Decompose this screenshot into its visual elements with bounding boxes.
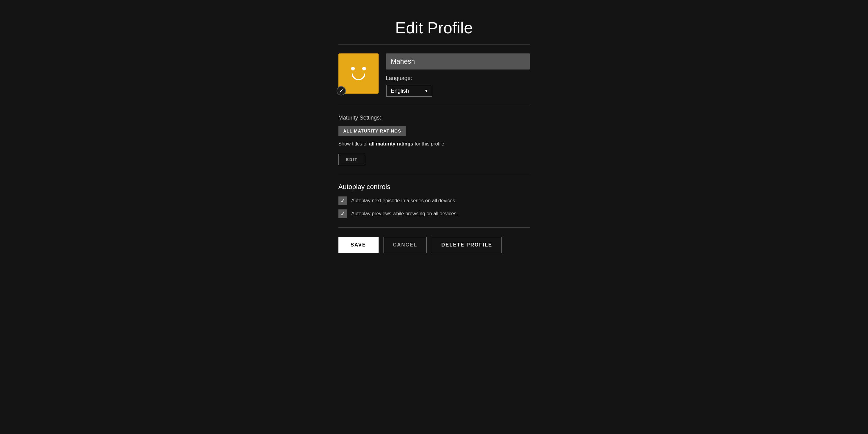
avatar-edit-icon[interactable] <box>337 86 346 95</box>
autoplay-title: Autoplay controls <box>338 183 530 191</box>
pencil-icon <box>339 89 343 93</box>
language-label: Language: <box>386 75 530 82</box>
profile-name-input[interactable] <box>386 54 530 69</box>
actions-divider <box>338 227 530 228</box>
avatar-smile <box>352 73 365 80</box>
page-title: Edit Profile <box>338 19 530 37</box>
autoplay-label-1: Autoplay next episode in a series on all… <box>351 198 457 204</box>
delete-profile-button[interactable]: DELETE PROFILE <box>432 237 502 253</box>
maturity-section: Maturity Settings: ALL MATURITY RATINGS … <box>338 115 530 165</box>
maturity-desc-prefix: Show titles of <box>338 141 369 147</box>
avatar-wrapper <box>338 54 379 94</box>
avatar-eye-left <box>351 67 355 70</box>
maturity-desc-bold: all maturity ratings <box>369 141 413 147</box>
language-select[interactable]: English Spanish French German Japanese <box>386 85 432 97</box>
cancel-button[interactable]: CANCEL <box>383 237 427 253</box>
maturity-desc-suffix: for this profile. <box>413 141 445 147</box>
avatar-eyes <box>351 67 366 70</box>
autoplay-section: Autoplay controls ✓ Autoplay next episod… <box>338 183 530 218</box>
avatar-eye-right <box>362 67 366 70</box>
maturity-badge: ALL MATURITY RATINGS <box>338 126 406 136</box>
title-divider <box>338 44 530 45</box>
profile-section: Language: English Spanish French German … <box>338 54 530 97</box>
actions-row: SAVE CANCEL DELETE PROFILE <box>338 237 530 253</box>
edit-profile-container: Edit Profile Langu <box>338 12 530 272</box>
language-select-wrapper: English Spanish French German Japanese ▼ <box>386 85 432 97</box>
maturity-edit-button[interactable]: EDIT <box>338 154 366 165</box>
maturity-description: Show titles of all maturity ratings for … <box>338 140 530 148</box>
profile-name-section: Language: English Spanish French German … <box>386 54 530 97</box>
autoplay-item-2: ✓ Autoplay previews while browsing on al… <box>338 210 530 218</box>
maturity-autoplay-divider <box>338 174 530 174</box>
autoplay-checkbox-1[interactable]: ✓ <box>338 196 347 205</box>
avatar-face <box>351 67 366 80</box>
checkmark-icon-2: ✓ <box>341 211 345 217</box>
autoplay-label-2: Autoplay previews while browsing on all … <box>351 211 458 217</box>
autoplay-item-1: ✓ Autoplay next episode in a series on a… <box>338 196 530 205</box>
maturity-settings-title: Maturity Settings: <box>338 115 530 121</box>
autoplay-checkbox-2[interactable]: ✓ <box>338 210 347 218</box>
language-section: Language: English Spanish French German … <box>386 75 530 97</box>
save-button[interactable]: SAVE <box>338 237 379 253</box>
checkmark-icon-1: ✓ <box>341 198 345 204</box>
